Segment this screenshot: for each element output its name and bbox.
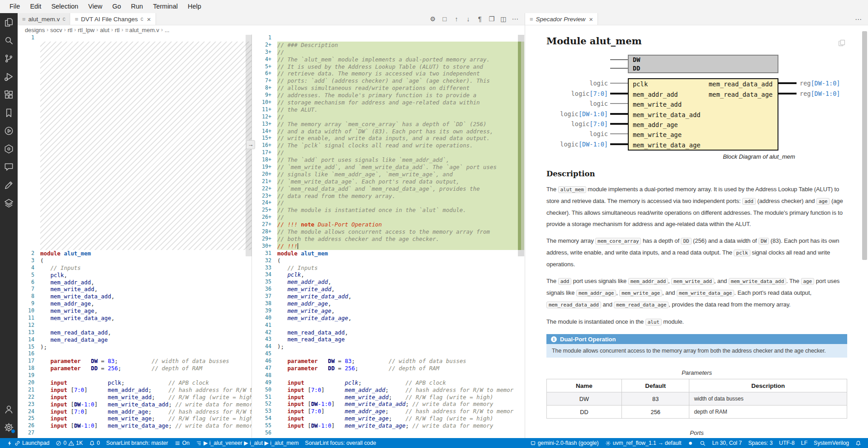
preview-scrollbar-thumb[interactable] — [862, 31, 867, 260]
code-line[interactable]: 31module alut_mem — [252, 250, 524, 257]
code-line[interactable]: 52 input [DW-1:0] mem_write_data_add; //… — [252, 401, 524, 408]
status-problems[interactable]: 01K — [52, 438, 86, 448]
menu-run[interactable]: Run — [126, 0, 148, 13]
code-line[interactable]: 41 — [252, 322, 524, 329]
code-line[interactable]: 20 input pclk; // APB clock — [18, 379, 251, 387]
menu-view[interactable]: View — [83, 0, 107, 13]
code-line[interactable]: 25 input mem_write_age; // R/W flag (wri… — [18, 415, 251, 422]
menu-selection[interactable]: Selection — [46, 0, 83, 13]
code-line[interactable]: 44); — [252, 343, 524, 350]
code-line[interactable]: 23+// data read from the memory array. — [252, 193, 524, 200]
breadcrumb[interactable]: designs›socv›rtl›rtl_lpw›alut›rtl›≡alut_… — [18, 25, 525, 34]
code-line[interactable]: 16+// The `pclk` signal clocks all read … — [252, 142, 524, 149]
code-line[interactable]: 32( — [252, 257, 524, 264]
status-launchpad[interactable]: Launchpad — [4, 438, 52, 448]
status-dvt-notifications[interactable]: 0 — [86, 438, 103, 448]
code-line[interactable]: 8+// allows simultaneous read/write oper… — [252, 85, 524, 92]
status-sonarlint-focus[interactable]: SonarLint focus: overall code — [302, 438, 379, 448]
code-line[interactable]: 15+// write enable, and write data input… — [252, 135, 524, 142]
tab-dvt-ai-file-changes[interactable]: ≡DVT AI File Changesc× — [70, 13, 156, 25]
breadcrumb-item[interactable]: rtl_lpw — [78, 27, 95, 33]
dvt-hexagon-icon[interactable] — [0, 140, 18, 158]
copy-icon[interactable] — [838, 39, 846, 49]
code-line[interactable]: 26+// — [252, 214, 524, 221]
code-line[interactable]: 55 input [DW-1:0] mem_write_data_age; //… — [252, 422, 524, 429]
previous-change-icon[interactable]: ↑ — [451, 15, 461, 23]
close-icon[interactable]: × — [147, 15, 151, 23]
code-line[interactable]: 53 input [7:0] mem_addr_age; // hash add… — [252, 408, 524, 415]
run-debug-icon[interactable] — [0, 67, 18, 85]
close-icon[interactable]: × — [589, 15, 593, 23]
code-line[interactable]: 4+// The `alut_mem` module implements a … — [252, 56, 524, 63]
code-line[interactable]: 14 mem_read_data_age — [18, 336, 251, 344]
code-line[interactable]: 3+// — [252, 49, 524, 56]
code-line[interactable]: 8 mem_write_data_add, — [18, 293, 251, 300]
code-line[interactable]: 40 mem_write_data_age, — [252, 315, 524, 322]
code-line[interactable]: 11 mem_write_data_age, — [18, 315, 251, 322]
code-line[interactable]: 2module alut_mem — [18, 250, 251, 257]
split-editor-icon[interactable]: ◫ — [498, 15, 508, 23]
code-line[interactable]: 17 parameter DW = 83; // width of data b… — [18, 358, 251, 365]
menu-go[interactable]: Go — [107, 0, 126, 13]
diagrams-icon[interactable] — [0, 194, 18, 212]
code-line[interactable]: 56 — [252, 429, 524, 437]
code-line[interactable]: 39 mem_write_age, — [252, 307, 524, 315]
code-line[interactable]: 29+// both the address checker and the a… — [252, 236, 524, 243]
diff-revert-arrow-icon[interactable]: → — [246, 140, 255, 149]
code-line[interactable]: 9 mem_addr_age, — [18, 300, 251, 307]
status-build-config[interactable]: uvm_ref_flow_1.1 → default — [602, 438, 685, 448]
code-line[interactable]: 20+// signals like `mem_addr_age`, `mem_… — [252, 171, 524, 178]
status-indentation[interactable]: Spaces: 3 — [745, 438, 776, 448]
code-line[interactable]: 48 — [252, 372, 524, 379]
code-line[interactable]: 54 input mem_write_age; // R/W flag (wri… — [252, 415, 524, 422]
code-line[interactable]: 33 // Inputs — [252, 264, 524, 272]
code-line[interactable]: 35 mem_addr_add, — [252, 278, 524, 286]
code-line[interactable]: 18 parameter DD = 256; // depth of RAM — [18, 365, 251, 372]
breadcrumb-item[interactable]: rtl — [115, 27, 120, 33]
code-line[interactable]: 23 input [DW-1:0] mem_write_data_add; //… — [18, 401, 251, 408]
code-line[interactable]: 21+// `mem_write_data_age`. Each port's … — [252, 178, 524, 185]
code-line[interactable]: 19+// `mem_write_add`, and `mem_write_da… — [252, 164, 524, 171]
code-line[interactable]: 2+// ### Description — [252, 42, 524, 49]
more-actions-icon[interactable]: ⋯ — [510, 15, 520, 23]
settings-gear-icon[interactable] — [0, 418, 18, 436]
status-on-indicator[interactable]: On — [171, 438, 193, 448]
status-notifications[interactable] — [852, 438, 864, 448]
next-change-icon[interactable]: ↓ — [463, 15, 473, 23]
code-line[interactable]: 19 — [18, 372, 251, 379]
scrollbar-thumb[interactable] — [518, 35, 524, 256]
code-line[interactable]: 57 output [DW-1:0] mem_read_data_add; //… — [252, 437, 524, 438]
scrollbar-track[interactable] — [518, 34, 524, 438]
breadcrumb-item[interactable]: ≡alut_mem.v — [125, 27, 159, 33]
code-line[interactable]: 26 input [DW-1:0] mem_write_data_age; //… — [18, 422, 251, 429]
code-line[interactable]: 43 mem_read_data_age — [252, 336, 524, 343]
code-line[interactable]: 22+// `mem_read_data_add` and `mem_read_… — [252, 185, 524, 193]
extensions-icon[interactable] — [0, 85, 18, 104]
source-control-icon[interactable] — [0, 49, 18, 67]
explorer-icon[interactable] — [0, 13, 18, 31]
code-line[interactable]: 28 output [DW-1:0] mem_read_data_add; //… — [18, 437, 251, 438]
inline-view-icon[interactable]: □ — [440, 15, 450, 23]
code-line[interactable]: 15); — [18, 344, 251, 351]
menu-help[interactable]: Help — [183, 0, 206, 13]
code-line[interactable]: 10 mem_write_age, — [18, 307, 251, 315]
breadcrumb-item[interactable]: designs — [25, 27, 45, 33]
tab-specador-preview[interactable]: ≡Specador Preview× — [525, 13, 598, 25]
more-actions-icon[interactable]: ⋯ — [849, 13, 868, 25]
code-line[interactable]: 18+// The `add` port uses signals like `… — [252, 156, 524, 164]
tab-alut-mem-v[interactable]: ≡alut_mem.vc — [18, 13, 70, 25]
code-line[interactable]: 25+// The module is instantiated once in… — [252, 207, 524, 214]
code-line[interactable]: 28+// The module allows concurrent acces… — [252, 228, 524, 236]
status-encoding[interactable]: UTF-8 — [776, 438, 798, 448]
code-line[interactable]: 1 — [252, 34, 524, 42]
code-line[interactable]: 14+// and a data width of `DW` (83). Eac… — [252, 128, 524, 135]
design-tools-icon[interactable] — [0, 176, 18, 194]
render-whitespace-icon[interactable]: ¶ — [475, 15, 485, 23]
code-line[interactable]: 22 input mem_write_add; // R/W flag (wri… — [18, 394, 251, 401]
code-line[interactable]: 13 mem_read_data_add, — [18, 329, 251, 336]
comments-icon[interactable] — [0, 158, 18, 176]
diff-settings-gear-icon[interactable]: ⚙ — [428, 15, 438, 23]
code-line[interactable]: 1 — [18, 34, 251, 42]
status-design-hierarchy[interactable]: ▶ i_alut_veneer ▶ i_alut ▶ i_alut_mem — [193, 438, 302, 448]
status-ai-model[interactable]: gemini-2.0-flash (google) — [527, 438, 602, 448]
